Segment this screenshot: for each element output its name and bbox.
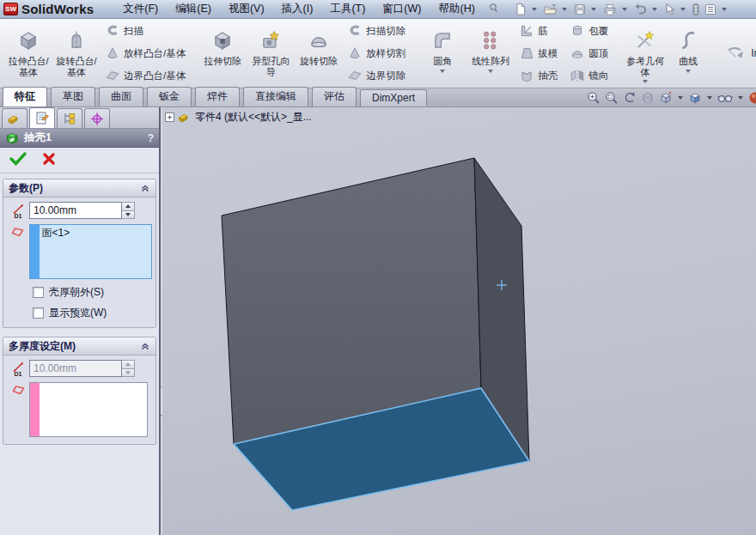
show-preview-checkbox[interactable] [33,307,44,319]
multi-thickness-group-header[interactable]: 多厚度设定(M) [3,337,155,356]
draft-button[interactable]: 拔模 [515,43,562,64]
property-manager-tab[interactable] [29,107,55,128]
linear-pattern-dropdown[interactable] [488,70,493,73]
multi-thickness-faces-list[interactable] [29,382,148,437]
reference-geometry-label: 参考几何体 [622,56,668,77]
thickness-dimension-icon: D1 [7,202,29,219]
fillet-button[interactable]: 圆角 [418,21,466,85]
swept-boss-button[interactable]: 扫描 [101,21,190,41]
model-3d-view[interactable] [162,107,756,535]
help-icon[interactable]: ? [148,132,154,144]
open-dropdown[interactable] [562,8,567,11]
select-button[interactable] [662,1,677,18]
print-button[interactable] [601,1,619,18]
menu-file[interactable]: 文件(F) [114,0,167,18]
tab-features[interactable]: 特征 [3,87,47,106]
fillet-dropdown[interactable] [440,70,445,73]
part-name-label[interactable]: 零件4 (默认<<默认>_显... [195,110,312,125]
zoom-to-fit-icon[interactable] [585,89,602,106]
swept-cut-button[interactable]: 扫描切除 [343,21,410,41]
fillet-label: 圆角 [433,56,452,67]
curves-dropdown[interactable] [686,70,691,73]
feature-tree-flyout[interactable]: + 零件4 (默认<<默认>_显... [165,110,312,125]
shell-thickness-input[interactable] [29,202,122,219]
lofted-boss-button[interactable]: 放样凸台/基体 [101,43,190,64]
new-document-button[interactable] [513,1,528,18]
boundary-boss-button[interactable]: 边界凸台/基体 [101,65,190,86]
hide-show-items-dropdown[interactable] [738,96,743,100]
display-style-dropdown[interactable] [707,96,712,100]
lofted-cut-button[interactable]: 放样切割 [343,43,410,64]
extruded-cut-button[interactable]: 拉伸切除 [198,21,247,85]
dimxpert-manager-tab[interactable] [84,108,110,128]
multi-thickness-spinner[interactable] [122,360,135,377]
thickness-spinner[interactable] [122,202,135,219]
menu-tools[interactable]: 工具(T) [321,0,374,18]
options-button[interactable] [703,1,718,18]
tab-weldments[interactable]: 焊件 [195,87,240,106]
quick-access-toolbar [513,1,730,18]
tab-evaluate[interactable]: 评估 [312,87,357,106]
extruded-boss-button[interactable]: 拉伸凸台/基体 [4,21,52,85]
property-manager-header: 抽壳1 ? [0,129,159,148]
hole-wizard-button[interactable]: 异型孔向导 [247,21,295,85]
boundary-cut-button[interactable]: 边界切除 [343,65,410,86]
tab-sheet-metal[interactable]: 钣金 [147,87,192,106]
previous-view-icon[interactable] [621,89,638,106]
print-dropdown[interactable] [622,8,627,11]
multi-thickness-face-items[interactable] [40,383,147,436]
parameters-group-header[interactable]: 参数(P) [3,179,155,198]
revolved-boss-button[interactable]: 旋转凸台/基体 [52,21,101,85]
menu-edit[interactable]: 编辑(E) [167,0,220,18]
section-view-icon[interactable] [639,89,656,106]
select-dropdown[interactable] [680,8,686,11]
menu-window[interactable]: 窗口(W) [374,0,430,18]
reference-geometry-button[interactable]: 参考几何体 [621,21,669,85]
save-dropdown[interactable] [591,8,596,11]
feature-manager-tab[interactable] [2,108,27,128]
tab-sketch[interactable]: 草图 [51,87,95,106]
wrap-button[interactable]: 包覆 [565,21,613,41]
rib-button[interactable]: 筋 [515,21,562,41]
new-document-dropdown[interactable] [532,8,537,11]
edit-appearance-icon[interactable] [747,89,756,106]
rebuild-button[interactable] [691,1,701,18]
ok-button[interactable] [9,151,27,169]
display-style-icon[interactable] [686,89,704,106]
faces-to-remove-list[interactable]: 面<1> [29,224,152,279]
selected-face-item[interactable]: 面<1> [40,225,151,278]
undo-dropdown[interactable] [652,8,657,11]
instant3d-button[interactable]: Instant3D [716,23,756,83]
selection-active-bar [30,225,40,278]
tab-direct-editing[interactable]: 直接编辑 [243,87,308,106]
reference-geometry-dropdown[interactable] [643,80,648,83]
view-orientation-icon[interactable] [657,89,674,106]
menu-view[interactable]: 视图(V) [220,0,273,18]
dome-button[interactable]: 圆顶 [565,43,613,64]
zoom-to-area-icon[interactable] [603,89,620,106]
undo-button[interactable] [632,1,649,18]
hide-show-items-icon[interactable] [716,89,735,106]
tab-surfaces[interactable]: 曲面 [99,87,143,106]
tree-expand-icon[interactable]: + [165,112,174,122]
linear-pattern-icon [479,29,502,52]
options-dropdown[interactable] [722,8,727,11]
menu-insert[interactable]: 插入(I) [273,0,322,18]
pushpin-icon[interactable] [487,2,499,16]
show-preview-row: 显示预览(W) [33,306,152,320]
shell-button[interactable]: 抽壳 [515,65,562,86]
configuration-manager-tab[interactable] [57,108,82,128]
menu-help[interactable]: 帮助(H) [430,0,483,18]
revolved-cut-button[interactable]: 旋转切除 [295,21,343,85]
open-button[interactable] [542,1,558,18]
shell-outward-checkbox[interactable] [33,287,44,298]
mirror-button[interactable]: 镜向 [565,65,613,86]
tab-dimxpert[interactable]: DimXpert [360,89,427,106]
graphics-viewport[interactable]: + 零件4 (默认<<默认>_显... [162,107,756,535]
curves-button[interactable]: 曲线 [669,21,707,85]
view-orientation-dropdown[interactable] [678,96,683,100]
cancel-button[interactable] [41,151,57,169]
linear-pattern-button[interactable]: 线性阵列 [466,21,515,85]
save-button[interactable] [572,1,588,18]
multi-thickness-input[interactable] [29,360,122,377]
